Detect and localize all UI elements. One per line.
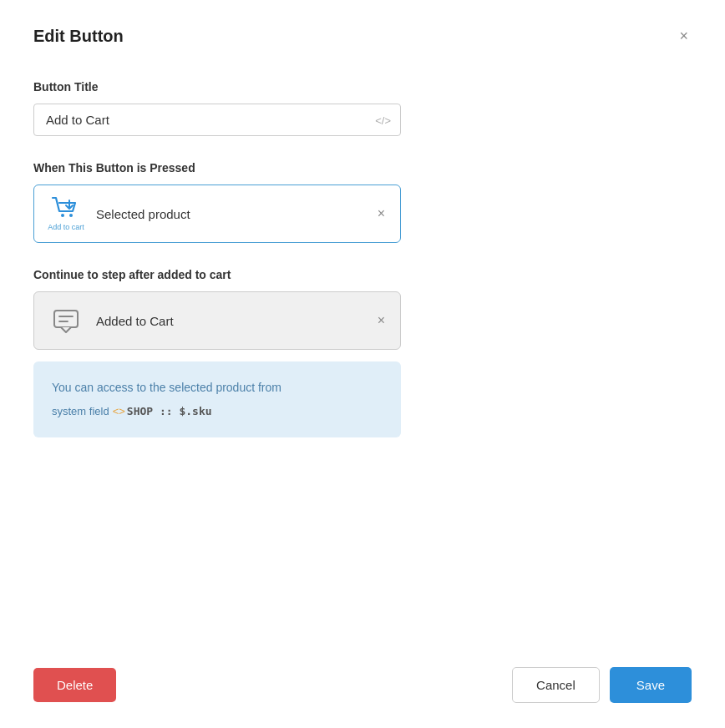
button-title-input-wrapper: </> bbox=[33, 104, 401, 136]
when-pressed-label: When This Button is Pressed bbox=[33, 161, 692, 174]
dialog-close-button[interactable]: × bbox=[676, 25, 692, 47]
dialog-header: Edit Button × bbox=[33, 25, 692, 47]
button-title-section: Button Title </> bbox=[33, 80, 692, 136]
code-value: SHOP :: $.sku bbox=[127, 403, 212, 421]
delete-button[interactable]: Delete bbox=[33, 668, 116, 702]
right-buttons: Cancel Save bbox=[512, 667, 692, 703]
added-to-cart-action-card: Added to Cart × bbox=[33, 291, 401, 350]
code-tag: <> SHOP :: $.sku bbox=[113, 403, 212, 421]
info-text-line1: You can access to the selected product f… bbox=[52, 378, 383, 421]
add-to-cart-action-card: Add to cart Selected product × bbox=[33, 185, 401, 243]
svg-point-1 bbox=[61, 214, 64, 217]
edit-button-dialog: Edit Button × Button Title </> When This… bbox=[0, 0, 725, 728]
continue-card-close-button[interactable]: × bbox=[374, 311, 388, 331]
dialog-footer: Delete Cancel Save bbox=[33, 667, 692, 703]
button-title-input[interactable] bbox=[33, 104, 401, 136]
system-field-label: system field bbox=[52, 403, 109, 421]
message-icon-wrapper bbox=[46, 301, 86, 341]
cancel-button[interactable]: Cancel bbox=[512, 667, 600, 703]
add-to-cart-icon bbox=[51, 196, 81, 221]
button-title-label: Button Title bbox=[33, 80, 692, 94]
info-box: You can access to the selected product f… bbox=[33, 361, 401, 437]
dialog-title: Edit Button bbox=[33, 27, 124, 46]
continue-label: Continue to step after added to cart bbox=[33, 268, 692, 281]
cart-icon-label: Add to cart bbox=[48, 223, 84, 231]
action-card-close-button[interactable]: × bbox=[374, 204, 388, 224]
continue-section: Continue to step after added to cart Add… bbox=[33, 268, 692, 437]
svg-point-2 bbox=[69, 214, 73, 217]
when-pressed-section: When This Button is Pressed Add to cart … bbox=[33, 161, 692, 243]
info-code-block: system field <> SHOP :: $.sku bbox=[52, 403, 212, 421]
code-open-bracket: <> bbox=[113, 403, 125, 421]
save-button[interactable]: Save bbox=[610, 667, 692, 703]
message-icon bbox=[51, 306, 81, 336]
cart-icon-wrapper: Add to cart bbox=[46, 194, 86, 234]
svg-rect-3 bbox=[54, 311, 78, 327]
continue-card-text: Added to Cart bbox=[86, 314, 374, 328]
action-card-text: Selected product bbox=[86, 207, 374, 221]
